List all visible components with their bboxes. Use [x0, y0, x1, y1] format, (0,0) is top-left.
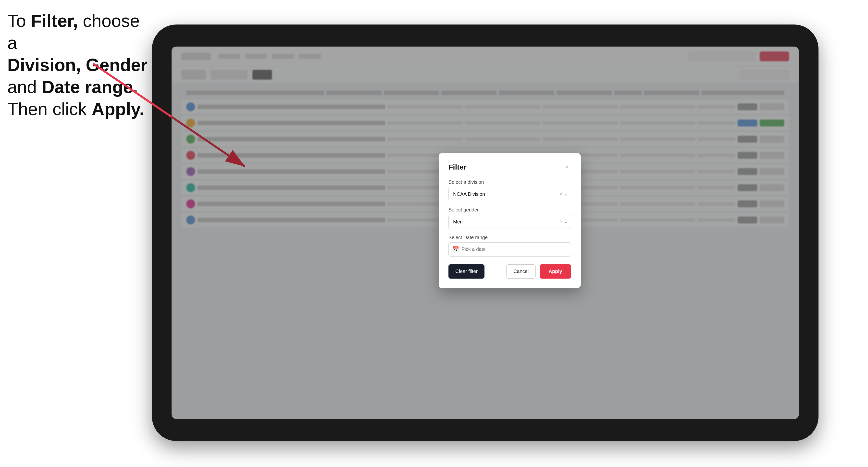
modal-header: Filter × [448, 163, 571, 172]
date-input-wrapper: 📅 [448, 242, 571, 256]
division-clear-icon[interactable]: × [560, 191, 562, 196]
gender-select[interactable]: Men Women [448, 215, 571, 229]
date-label: Select Date range [448, 235, 571, 240]
modal-footer: Clear filter Cancel Apply [448, 264, 571, 279]
modal-close-button[interactable]: × [562, 163, 571, 172]
instruction-line1: To Filter, choose a [7, 11, 140, 53]
gender-select-wrapper: Men Women × ⌄ [448, 215, 571, 229]
modal-title: Filter [448, 163, 466, 171]
calendar-icon: 📅 [453, 246, 459, 253]
date-form-group: Select Date range 📅 [448, 235, 571, 256]
division-form-group: Select a division NCAA Division I NCAA D… [448, 179, 571, 201]
tablet-screen: Filter × Select a division NCAA Division… [172, 46, 799, 419]
gender-form-group: Select gender Men Women × ⌄ [448, 207, 571, 229]
division-select[interactable]: NCAA Division I NCAA Division II NCAA Di… [448, 187, 571, 201]
instruction-line3: and Date range. [7, 77, 138, 97]
division-select-controls: × ⌄ [560, 191, 568, 197]
clear-filter-button[interactable]: Clear filter [448, 264, 485, 279]
gender-label: Select gender [448, 207, 571, 213]
apply-button[interactable]: Apply [539, 264, 571, 279]
instruction-text: To Filter, choose a Division, Gender and… [7, 10, 150, 120]
gender-select-controls: × ⌄ [560, 219, 568, 224]
instruction-bold-division: Division, Gender [7, 55, 148, 75]
cancel-button[interactable]: Cancel [506, 264, 536, 279]
date-range-input[interactable] [448, 242, 571, 256]
modal-footer-right: Cancel Apply [506, 264, 571, 279]
gender-clear-icon[interactable]: × [560, 219, 562, 224]
gender-chevron-icon: ⌄ [564, 219, 568, 224]
modal-overlay: Filter × Select a division NCAA Division… [172, 46, 799, 419]
division-select-wrapper: NCAA Division I NCAA Division II NCAA Di… [448, 187, 571, 201]
filter-modal: Filter × Select a division NCAA Division… [439, 153, 581, 288]
division-label: Select a division [448, 179, 571, 185]
division-chevron-icon: ⌄ [564, 191, 568, 197]
instruction-line4: Then click Apply. [7, 99, 144, 119]
tablet-frame: Filter × Select a division NCAA Division… [152, 25, 818, 441]
